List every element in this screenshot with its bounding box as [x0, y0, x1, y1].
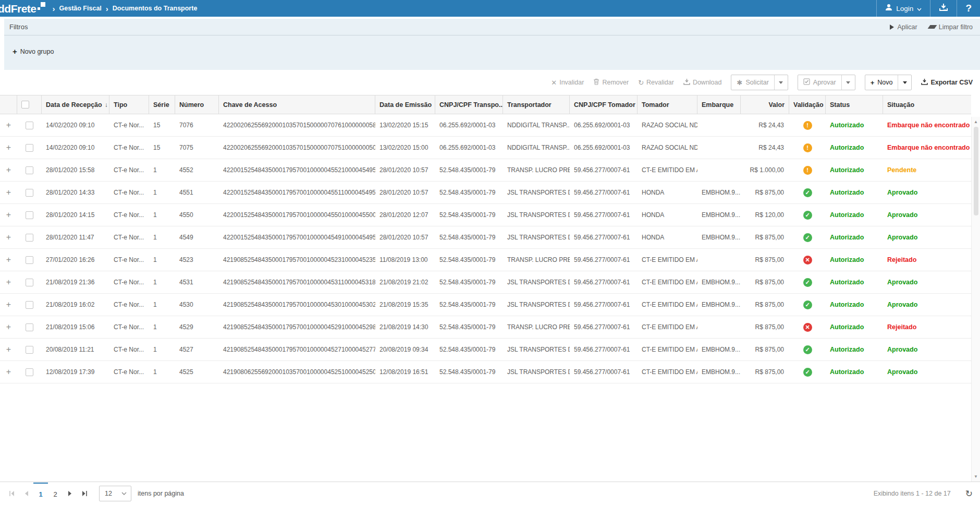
row-checkbox[interactable] [26, 279, 33, 286]
login-menu[interactable]: Login [876, 0, 930, 17]
cell-cnpj-transportador: 52.548.435/0001-79 [435, 211, 503, 219]
row-checkbox[interactable] [26, 189, 33, 197]
revalidate-button[interactable]: ↻ Revalidar [638, 79, 674, 87]
header-data-recepcao[interactable]: Data de Recepção↓ [42, 95, 109, 114]
expand-row-icon[interactable]: + [4, 300, 13, 309]
remove-button[interactable]: Remover [593, 78, 629, 87]
row-checkbox[interactable] [26, 211, 33, 219]
row-checkbox[interactable] [26, 368, 33, 376]
header-transportador[interactable]: Transportador [503, 95, 570, 114]
previous-page-button[interactable] [19, 483, 33, 505]
header-tomador[interactable]: Tomador [638, 95, 697, 114]
scroll-up-icon[interactable]: ▲ [974, 117, 978, 127]
aprovar-dropdown-toggle[interactable] [841, 75, 855, 90]
header-data-emissao[interactable]: Data de Emissão [375, 95, 435, 114]
breadcrumb-gestao-fiscal[interactable]: Gestão Fiscal [59, 5, 102, 12]
download-button[interactable]: Download [683, 79, 722, 87]
row-checkbox[interactable] [26, 301, 33, 309]
row-checkbox[interactable] [26, 346, 33, 354]
header-cnpj-transportador[interactable]: CNPJ/CPF Transpo... [435, 95, 503, 114]
cell-transportador: JSL TRANSPORTES D... [503, 189, 570, 196]
cell-serie: 1 [149, 301, 175, 308]
cell-valor: R$ 875,00 [741, 279, 789, 286]
expand-row-icon[interactable]: + [4, 188, 13, 197]
row-checkbox[interactable] [26, 166, 33, 174]
cell-status: Autorizado [826, 211, 883, 219]
header-numero[interactable]: Número [175, 95, 219, 114]
expand-row-icon[interactable]: + [4, 367, 13, 377]
table-row[interactable]: + 20/08/2019 11:21 CT-e Nor... 1 4527 42… [0, 339, 971, 361]
solicitar-dropdown-toggle[interactable] [774, 75, 788, 90]
row-checkbox[interactable] [26, 234, 33, 242]
solicitar-split-button[interactable]: ✱ Solicitar [731, 75, 788, 90]
cell-transportador: NDDIGITAL TRANSP... [503, 122, 570, 129]
x-icon: ✕ [551, 79, 557, 87]
expand-row-icon[interactable]: + [4, 278, 13, 287]
header-status[interactable]: Status [826, 95, 883, 114]
header-chave-acesso[interactable]: Chave de Acesso [219, 95, 375, 114]
cell-select [17, 256, 42, 264]
expand-row-icon[interactable]: + [4, 345, 13, 354]
header-situacao[interactable]: Situação [883, 95, 971, 114]
cell-serie: 1 [149, 368, 175, 376]
table-row[interactable]: + 28/01/2020 15:58 CT-e Nor... 1 4552 42… [0, 159, 971, 182]
apply-filter-button[interactable]: Aplicar [890, 23, 917, 31]
expand-row-icon[interactable]: + [4, 121, 13, 130]
row-checkbox[interactable] [26, 144, 33, 152]
next-page-button[interactable] [63, 483, 77, 505]
row-checkbox[interactable] [26, 122, 33, 129]
header-cnpj-tomador[interactable]: CNPJ/CPF Tomador [570, 95, 638, 114]
cell-cnpj-transportador: 06.255.692/0001-03 [435, 144, 503, 151]
help-button[interactable]: ? [957, 0, 980, 17]
header-serie[interactable]: Série [149, 95, 175, 114]
scroll-down-icon[interactable]: ▼ [974, 472, 978, 482]
expand-row-icon[interactable]: + [4, 322, 13, 332]
header-tipo[interactable]: Tipo [109, 95, 149, 114]
refresh-icon[interactable]: ↻ [965, 488, 973, 499]
novo-dropdown-toggle[interactable] [898, 75, 911, 90]
new-group-button[interactable]: + Novo grupo [13, 48, 54, 55]
last-page-button[interactable] [77, 483, 92, 505]
page-button-2[interactable]: 2 [48, 483, 63, 505]
cell-recepcao: 14/02/2020 09:10 [42, 122, 109, 129]
table-row[interactable]: + 14/02/2020 09:10 CT-e Nor... 15 7075 4… [0, 137, 971, 159]
header-embarque[interactable]: Embarque [697, 95, 741, 114]
breadcrumb-documentos-transporte[interactable]: Documentos do Transporte [113, 5, 198, 12]
table-row[interactable]: + 21/08/2019 15:06 CT-e Nor... 1 4529 42… [0, 316, 971, 339]
cell-tomador: CT-E EMITIDO EM A... [638, 368, 697, 376]
expand-row-icon[interactable]: + [4, 165, 13, 175]
row-checkbox[interactable] [26, 323, 33, 331]
cell-cnpj-transportador: 52.548.435/0001-79 [435, 301, 503, 308]
cell-situacao: Aprovado [883, 211, 971, 219]
invalidate-button[interactable]: ✕ Invalidar [551, 79, 584, 87]
header-validacao[interactable]: Validação [789, 95, 826, 114]
scrollbar-thumb[interactable] [974, 127, 978, 215]
cell-cnpj-tomador: 06.255.692/0001-03 [570, 122, 638, 129]
expand-row-icon[interactable]: + [4, 143, 13, 152]
table-row[interactable]: + 27/01/2020 16:26 CT-e Nor... 1 4523 42… [0, 249, 971, 271]
cell-status: Autorizado [826, 256, 883, 263]
vertical-scrollbar[interactable]: ▲ ▼ [971, 117, 980, 482]
table-row[interactable]: + 21/08/2019 21:36 CT-e Nor... 1 4531 42… [0, 271, 971, 294]
first-page-button[interactable] [4, 483, 19, 505]
row-checkbox[interactable] [26, 256, 33, 264]
table-row[interactable]: + 28/01/2020 11:47 CT-e Nor... 1 4549 42… [0, 226, 971, 249]
table-row[interactable]: + 21/08/2019 16:02 CT-e Nor... 1 4530 42… [0, 294, 971, 316]
page-size-select[interactable]: 12 [99, 486, 131, 501]
table-row[interactable]: + 14/02/2020 09:10 CT-e Nor... 15 7076 4… [0, 114, 971, 137]
export-csv-button[interactable]: Exportar CSV [921, 79, 973, 87]
select-all-checkbox[interactable] [21, 101, 29, 109]
clear-filter-button[interactable]: Limpar filtro [929, 23, 973, 31]
aprovar-split-button[interactable]: Aprovar [798, 75, 855, 90]
expand-row-icon[interactable]: + [4, 210, 13, 220]
header-valor[interactable]: Valor [741, 95, 789, 114]
download-menu-button[interactable] [930, 0, 957, 17]
expand-row-icon[interactable]: + [4, 233, 13, 242]
page-button-1[interactable]: 1 [33, 483, 48, 505]
table-row[interactable]: + 28/01/2020 14:33 CT-e Nor... 1 4551 42… [0, 182, 971, 204]
table-row[interactable]: + 28/01/2020 14:15 CT-e Nor... 1 4550 42… [0, 204, 971, 226]
table-row[interactable]: + 12/08/2019 17:39 CT-e Nor... 1 4525 42… [0, 361, 971, 383]
expand-row-icon[interactable]: + [4, 255, 13, 264]
novo-split-button[interactable]: + Novo [865, 75, 912, 90]
cell-recepcao: 28/01/2020 15:58 [42, 166, 109, 174]
